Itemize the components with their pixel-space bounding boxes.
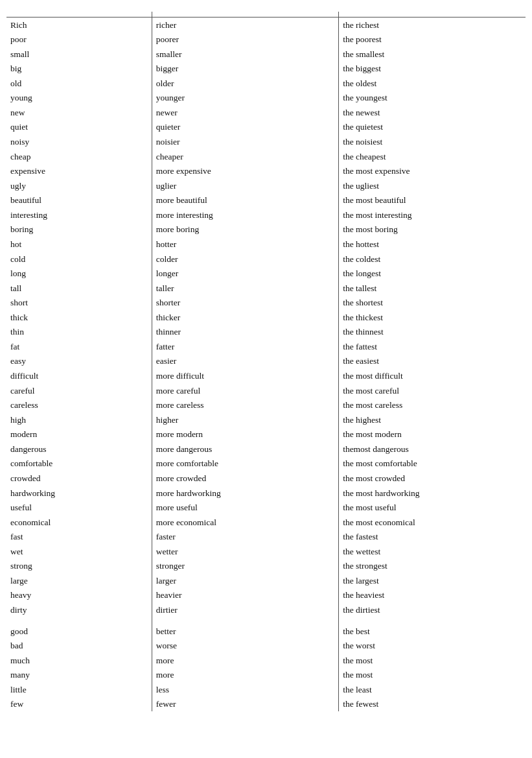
adjective-cell: careless [6, 398, 152, 413]
adjective-cell: wet [6, 544, 152, 559]
adjective-cell: cold [6, 252, 152, 266]
superlative-cell: the most [339, 653, 526, 668]
table-row: Richricherthe richest [6, 18, 526, 32]
comparative-cell: heavier [152, 588, 338, 603]
comparative-cell: worse [152, 639, 338, 654]
adjective-cell: heavy [6, 588, 152, 603]
comparative-cell: richer [152, 18, 338, 32]
table-row: boringmore boringthe most boring [6, 222, 526, 237]
comparative-cell: more interesting [152, 207, 338, 222]
superlative-cell: the most interesting [339, 207, 526, 222]
comparative-cell: fatter [152, 339, 338, 354]
comparative-cell: more comfortable [152, 456, 338, 471]
adjective-cell: difficult [6, 369, 152, 384]
superlative-cell: the wettest [339, 544, 526, 559]
superlative-cell: the dirtiest [339, 603, 526, 618]
superlative-cell: the most comfortable [339, 456, 526, 471]
header-comparatives [152, 12, 338, 18]
table-row: economicalmore economicalthe most econom… [6, 515, 526, 530]
superlative-cell: the most beautiful [339, 193, 526, 208]
table-row: interestingmore interestingthe most inte… [6, 207, 526, 222]
table-row: hothotterthe hottest [6, 237, 526, 252]
comparative-cell: more careless [152, 398, 338, 413]
superlative-cell: the ugliest [339, 178, 526, 193]
superlative-cell: the thickest [339, 310, 526, 325]
table-row: carelessmore carelessthe most careless [6, 398, 526, 413]
comparative-cell: more expensive [152, 164, 338, 179]
superlative-cell: the fewest [339, 697, 526, 712]
superlative-cell: the smallest [339, 47, 526, 62]
superlative-cell: the thinnest [339, 325, 526, 340]
divider-cell [6, 617, 152, 624]
superlative-cell: the poorest [339, 32, 526, 47]
table-row: fatfatterthe fattest [6, 339, 526, 354]
table-row: largelargerthe largest [6, 573, 526, 588]
table-row: dirtydirtierthe dirtiest [6, 603, 526, 618]
superlative-cell: the most careful [339, 383, 526, 398]
table-row: wetwetterthe wettest [6, 544, 526, 559]
comparative-cell: shorter [152, 296, 338, 311]
table-row: beautifulmore beautifulthe most beautifu… [6, 193, 526, 208]
table-row: cheapcheaperthe cheapest [6, 149, 526, 164]
comparative-cell: noisier [152, 135, 338, 150]
adjective-cell: much [6, 653, 152, 668]
adjective-cell: large [6, 573, 152, 588]
table-row: newnewerthe newest [6, 105, 526, 120]
adjective-cell: thin [6, 325, 152, 340]
adjective-cell: big [6, 62, 152, 77]
superlative-cell: the most hardworking [339, 486, 526, 501]
adjective-cell: interesting [6, 207, 152, 222]
adjective-cell: young [6, 91, 152, 106]
comparative-cell: more hardworking [152, 486, 338, 501]
superlative-cell: the most modern [339, 427, 526, 442]
adjective-cell: dirty [6, 603, 152, 618]
adjective-cell: little [6, 682, 152, 697]
table-row: modernmore modernthe most modern [6, 427, 526, 442]
table-row: littlelessthe least [6, 682, 526, 697]
adjective-cell: crowded [6, 471, 152, 486]
adjective-cell: long [6, 266, 152, 281]
table-row: fewfewerthe fewest [6, 697, 526, 712]
table-row: difficultmore difficultthe most difficul… [6, 369, 526, 384]
table-row: badworsethe worst [6, 639, 526, 654]
comparative-cell: more boring [152, 222, 338, 237]
comparative-cell: newer [152, 105, 338, 120]
comparative-cell: more difficult [152, 369, 338, 384]
adjective-cell: boring [6, 222, 152, 237]
superlative-cell: the shortest [339, 296, 526, 311]
comparative-cell: more dangerous [152, 442, 338, 456]
adjective-cell: careful [6, 383, 152, 398]
table-row: longlongerthe longest [6, 266, 526, 281]
superlative-cell: the best [339, 624, 526, 639]
adjective-cell: fast [6, 530, 152, 545]
adjective-cell: hardworking [6, 486, 152, 501]
adjective-cell: good [6, 624, 152, 639]
table-row: quietquieterthe quietest [6, 120, 526, 135]
comparative-cell: quieter [152, 120, 338, 135]
comparative-cell: more [152, 668, 338, 683]
superlative-cell: the quietest [339, 120, 526, 135]
adjective-cell: modern [6, 427, 152, 442]
main-table: Richricherthe richestpoorpoorerthe poore… [6, 12, 526, 711]
adjective-cell: economical [6, 515, 152, 530]
divider-cell [339, 617, 526, 624]
comparative-cell: more beautiful [152, 193, 338, 208]
comparative-cell: bigger [152, 62, 338, 77]
header-adjectives [6, 12, 152, 18]
table-row: highhigherthe highest [6, 412, 526, 427]
superlative-cell: the youngest [339, 91, 526, 106]
superlative-cell: the fattest [339, 339, 526, 354]
table-row: usefulmore usefulthe most useful [6, 501, 526, 515]
table-row: uglyuglierthe ugliest [6, 178, 526, 193]
superlative-cell: the worst [339, 639, 526, 654]
adjective-cell: comfortable [6, 456, 152, 471]
superlative-cell: the longest [339, 266, 526, 281]
table-row: shortshorterthe shortest [6, 296, 526, 311]
adjective-cell: new [6, 105, 152, 120]
adjective-cell: thick [6, 310, 152, 325]
superlative-cell: the oldest [339, 76, 526, 91]
comparative-cell: older [152, 76, 338, 91]
superlative-cell: the most difficult [339, 369, 526, 384]
superlative-cell: the fastest [339, 530, 526, 545]
comparative-cell: poorer [152, 32, 338, 47]
